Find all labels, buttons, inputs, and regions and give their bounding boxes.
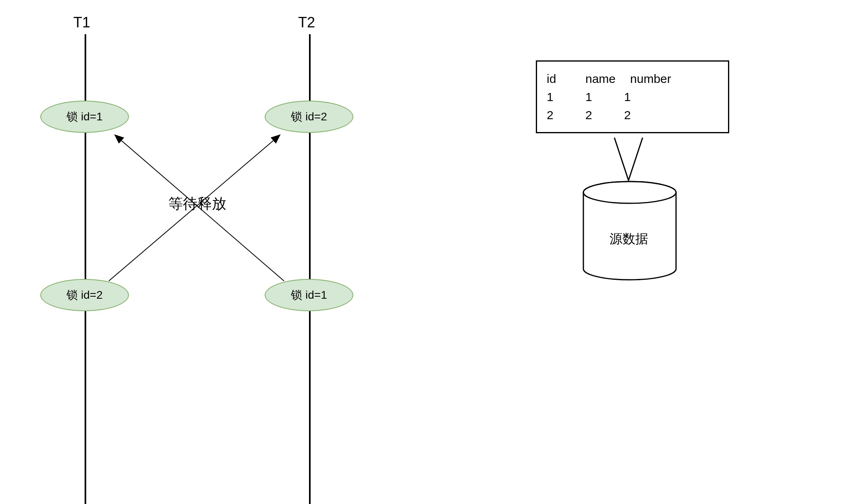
lock-t1-top: 锁 id=1: [40, 101, 129, 133]
thread-t1-label: T1: [73, 14, 90, 31]
data-table-callout: id name number 1 1 1 2 2 2: [536, 60, 729, 133]
table-cell: 1: [585, 88, 610, 106]
diagram-container: T1 T2 锁 id=1 锁 id=2 锁 id=2 锁 id=1 等待释放 i…: [0, 0, 867, 504]
table-cell: 2: [547, 106, 571, 124]
svg-point-2: [583, 182, 676, 203]
lock-t2-top: 锁 id=2: [265, 101, 353, 133]
lock-t1-bottom-text: 锁 id=2: [66, 287, 103, 303]
lock-t1-bottom: 锁 id=2: [40, 279, 129, 311]
lock-t2-bottom: 锁 id=1: [265, 279, 353, 311]
table-cell: 1: [624, 88, 648, 106]
arrows-svg: [0, 0, 867, 504]
cylinder-label: 源数据: [610, 230, 648, 248]
center-wait-label: 等待释放: [168, 194, 226, 214]
lock-t1-top-text: 锁 id=1: [66, 109, 103, 124]
table-cell: 2: [624, 106, 648, 124]
lock-t2-top-text: 锁 id=2: [291, 109, 327, 124]
table-row: 1 1 1: [547, 88, 718, 106]
table-header-row: id name number: [547, 70, 718, 88]
table-cell: 2: [585, 106, 610, 124]
callout-tail: [614, 138, 643, 180]
table-header-id: id: [547, 70, 571, 88]
lock-t2-bottom-text: 锁 id=1: [291, 287, 327, 303]
table-header-number: number: [630, 70, 671, 88]
table-cell: 1: [547, 88, 571, 106]
thread-t2-label: T2: [298, 14, 315, 31]
table-header-name: name: [585, 70, 616, 88]
table-row: 2 2 2: [547, 106, 718, 124]
